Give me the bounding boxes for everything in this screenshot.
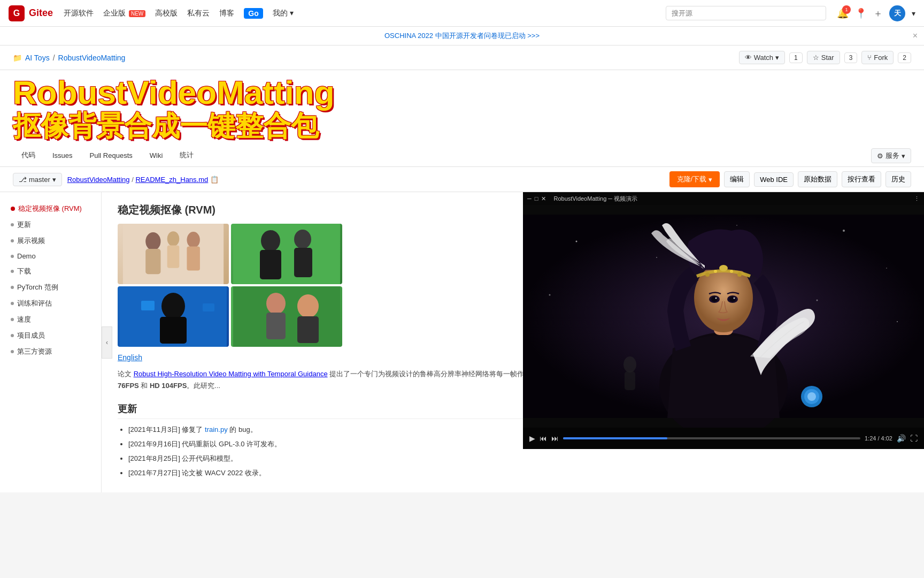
- video-titlebar: ─ □ ✕ RobustVideoMatting ─ 视频演示 ⋮: [523, 192, 924, 205]
- banner-link[interactable]: OSCHINA 2022 中国开源开发者问卷现已启动 >>>: [384, 32, 540, 40]
- service-button[interactable]: ⚙ 服务 ▾: [871, 148, 911, 163]
- sidebar-item-training[interactable]: 训练和评估: [0, 295, 101, 311]
- overlay-container: RobustVideoMatting 抠像背景合成一键整合包 代码 Issues…: [0, 70, 924, 192]
- nav-opensource[interactable]: 开源软件: [64, 9, 94, 18]
- nav-university[interactable]: 高校版: [155, 9, 178, 18]
- file-path: RobustVideoMatting / README_zh_Hans.md 📋: [67, 176, 219, 184]
- nav-private-cloud[interactable]: 私有云: [187, 9, 210, 18]
- progress-bar[interactable]: [563, 437, 860, 439]
- bullet-icon: [11, 302, 14, 305]
- svg-point-24: [656, 257, 657, 258]
- file-path-root[interactable]: RobustVideoMatting: [67, 176, 130, 184]
- banner-close-button[interactable]: ×: [913, 31, 918, 41]
- svg-rect-6: [187, 246, 199, 270]
- svg-point-34: [719, 265, 728, 271]
- video-close-icon[interactable]: ✕: [541, 195, 546, 202]
- file-path-file[interactable]: README_zh_Hans.md: [135, 176, 208, 184]
- nav-enterprise[interactable]: 企业版 NEW: [103, 9, 145, 18]
- bullet-icon: [11, 255, 14, 258]
- svg-rect-16: [203, 303, 214, 311]
- breadcrumb: 📁 AI Toys / RobustVideoMatting: [13, 54, 125, 62]
- tab-wiki[interactable]: Wiki: [141, 146, 172, 166]
- star-button[interactable]: ☆ Star: [807, 51, 840, 64]
- video-maximize-icon[interactable]: □: [535, 195, 538, 202]
- svg-rect-19: [266, 313, 286, 339]
- enterprise-badge: NEW: [129, 10, 145, 17]
- video-menu-icon[interactable]: ⋮: [914, 195, 920, 202]
- sidebar-collapse-button[interactable]: ‹: [102, 326, 112, 359]
- bullet-icon: [11, 239, 14, 242]
- video-minimize-icon[interactable]: ─: [527, 195, 532, 202]
- logo-text: Gitee: [29, 7, 53, 19]
- video-time: 1:24 / 4:02: [865, 435, 892, 442]
- svg-point-37: [714, 270, 717, 273]
- svg-point-26: [886, 268, 887, 269]
- sidebar-item-updates[interactable]: 更新: [0, 217, 101, 233]
- raw-button[interactable]: 原始数据: [798, 171, 837, 187]
- edit-button[interactable]: 编辑: [724, 171, 750, 187]
- train-link[interactable]: train.py: [205, 425, 228, 434]
- bullet-icon: [11, 286, 14, 289]
- gitee-logo-icon: G: [9, 5, 25, 21]
- sidebar-item-demo[interactable]: Demo: [0, 249, 101, 263]
- sidebar-item-thirdparty[interactable]: 第三方资源: [0, 344, 101, 360]
- sidebar-item-download[interactable]: 下载: [0, 263, 101, 279]
- user-avatar[interactable]: 天: [889, 5, 905, 21]
- repo-actions: 👁 Watch ▾ 1 ☆ Star 3 ⑂ Fork 2: [739, 51, 911, 64]
- copy-icon[interactable]: 📋: [210, 176, 219, 184]
- notification-icon[interactable]: 🔔 1: [837, 7, 849, 19]
- announcement-banner: OSCHINA 2022 中国开源开发者问卷现已启动 >>> ×: [0, 27, 924, 45]
- skip-forward-button[interactable]: ⏭: [551, 434, 559, 443]
- linewrap-button[interactable]: 按行查看: [842, 171, 881, 187]
- svg-point-39: [623, 356, 636, 372]
- demo-image-2: [231, 224, 342, 284]
- search-input[interactable]: [666, 6, 826, 20]
- svg-point-18: [266, 293, 286, 314]
- active-dot-icon: [11, 207, 15, 211]
- nav-blog[interactable]: 博客: [219, 9, 234, 18]
- webide-button[interactable]: Web IDE: [754, 172, 794, 187]
- skip-back-button[interactable]: ⏮: [540, 434, 547, 443]
- add-icon[interactable]: ＋: [873, 7, 883, 20]
- breadcrumb-owner[interactable]: AI Toys: [25, 54, 50, 62]
- branch-icon: ⎇: [19, 176, 27, 184]
- watch-button[interactable]: 👁 Watch ▾: [739, 51, 785, 64]
- volume-button[interactable]: 🔊: [897, 434, 906, 443]
- demo-images-grid: [118, 224, 342, 347]
- svg-point-20: [297, 294, 319, 318]
- tab-code[interactable]: 代码: [13, 145, 44, 166]
- history-button[interactable]: 历史: [886, 171, 911, 187]
- demo-image-4: [231, 286, 342, 347]
- breadcrumb-repo[interactable]: RobustVideoMatting: [58, 54, 126, 62]
- location-icon[interactable]: 📍: [855, 7, 867, 19]
- nav-go[interactable]: Go: [244, 8, 263, 19]
- fork-button[interactable]: ⑂ Fork: [861, 51, 894, 64]
- avatar-dropdown-icon[interactable]: ▾: [912, 9, 915, 18]
- main-area: 稳定视频抠像 (RVM) 更新 展示视频 Demo 下载 PyTorch 范例 …: [0, 192, 924, 492]
- progress-fill: [563, 437, 667, 439]
- sidebar-item-demo-videos[interactable]: 展示视频: [0, 233, 101, 249]
- logo[interactable]: G Gitee: [9, 5, 53, 21]
- svg-point-10: [294, 230, 311, 249]
- branch-selector[interactable]: ⎇ master ▾: [13, 173, 62, 186]
- download-button[interactable]: 克隆/下载 ▾: [669, 171, 720, 187]
- tab-stats[interactable]: 统计: [171, 145, 202, 166]
- nav-mine[interactable]: 我的 ▾: [273, 9, 294, 18]
- svg-point-5: [187, 232, 199, 248]
- fullscreen-button[interactable]: ⛶: [910, 434, 918, 443]
- svg-point-38: [730, 270, 733, 273]
- sidebar-item-members[interactable]: 项目成员: [0, 328, 101, 344]
- sidebar-item-pytorch[interactable]: PyTorch 范例: [0, 279, 101, 295]
- svg-rect-2: [145, 249, 160, 274]
- tab-pullrequests[interactable]: Pull Requests: [81, 146, 141, 166]
- file-actions: 克隆/下载 ▾ 编辑 Web IDE 原始数据 按行查看 历史: [669, 171, 911, 187]
- bullet-icon: [11, 223, 14, 226]
- nav-right-icons: 🔔 1 📍 ＋ 天 ▾: [837, 5, 915, 21]
- sidebar-item-rvm[interactable]: 稳定视频抠像 (RVM): [0, 201, 101, 217]
- play-button[interactable]: ▶: [529, 434, 535, 443]
- update-item-3: [2021年8月25日] 公开代码和模型。: [128, 453, 908, 465]
- demo-image-3: [118, 286, 229, 347]
- sidebar-item-speed[interactable]: 速度: [0, 311, 101, 328]
- tab-issues[interactable]: Issues: [44, 146, 81, 166]
- paper-link[interactable]: Robust High-Resolution Video Matting wit…: [134, 370, 328, 378]
